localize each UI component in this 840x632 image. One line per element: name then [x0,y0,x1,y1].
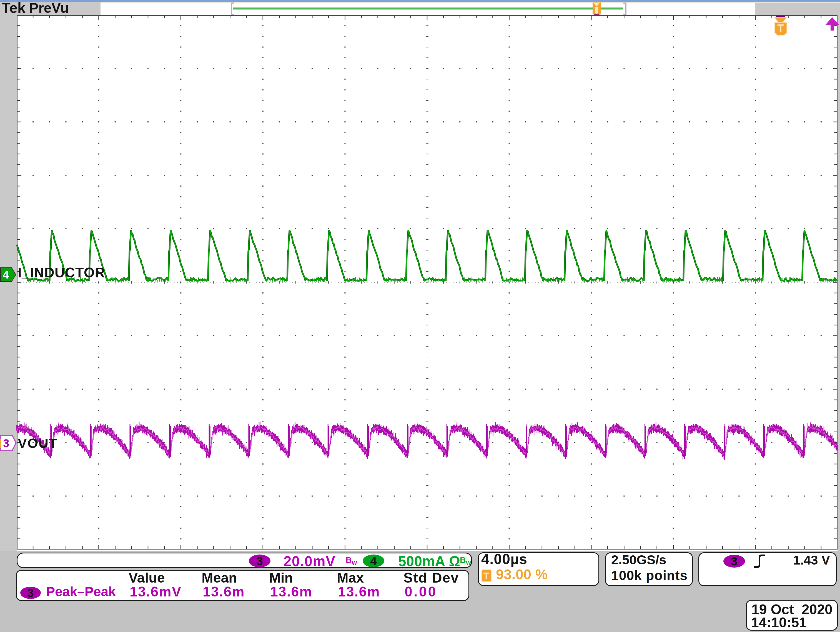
svg-text:3: 3 [27,586,33,599]
svg-text:4: 4 [370,555,377,567]
svg-text:3: 3 [731,555,737,568]
svg-text:3: 3 [256,555,263,567]
